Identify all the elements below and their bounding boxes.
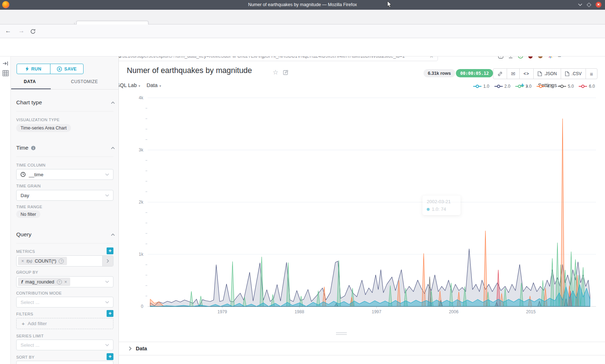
chart-menu-button[interactable]: ≡ bbox=[586, 69, 597, 79]
envelope-icon: ✉ bbox=[511, 71, 515, 77]
viz-type-value[interactable]: Time-series Area Chart bbox=[16, 124, 71, 132]
add-filter-dropzone[interactable]: + Add filter bbox=[16, 318, 113, 329]
window-maximize-icon[interactable] bbox=[587, 3, 591, 7]
groupby-control[interactable]: f mag_rounded ? × bbox=[16, 276, 113, 287]
metric-pill[interactable]: × f(x) COUNT(*) ? bbox=[18, 257, 67, 265]
run-button[interactable]: RUN bbox=[17, 64, 50, 74]
file-icon bbox=[538, 71, 542, 76]
series-limit-select[interactable]: Select ... bbox=[16, 340, 113, 350]
time-grain-label: TIME GRAIN bbox=[16, 184, 41, 188]
control-panel: RUN SAVE DATA CUSTOMIZE Chart type VISUA… bbox=[11, 56, 119, 364]
contribution-label: CONTRIBUTION MODE bbox=[16, 291, 62, 295]
chevron-up-icon[interactable] bbox=[111, 233, 115, 236]
tab-data[interactable]: DATA bbox=[24, 79, 36, 84]
metrics-label: METRICS bbox=[16, 249, 35, 254]
row-count-badge: 6.31k rows bbox=[424, 69, 455, 77]
dataset-grid-icon[interactable] bbox=[3, 70, 9, 76]
link-icon bbox=[497, 71, 503, 77]
dataset-rail bbox=[0, 56, 11, 364]
svg-text:1988: 1988 bbox=[295, 309, 304, 314]
time-column-select[interactable]: __time bbox=[16, 169, 113, 180]
remove-groupby-icon[interactable]: × bbox=[64, 279, 67, 285]
window-close-icon[interactable]: ✕ bbox=[596, 2, 601, 8]
chevron-right-icon bbox=[107, 259, 109, 263]
help-icon: ? bbox=[59, 259, 64, 264]
edit-title-icon[interactable] bbox=[283, 69, 289, 75]
export-toolbar: ✉ <> .JSON .CSV ≡ bbox=[493, 68, 597, 79]
svg-text:1979: 1979 bbox=[218, 309, 227, 314]
chart-tooltip: 2002-03-21 1.0: 74 bbox=[422, 196, 461, 215]
add-sort-button[interactable]: + bbox=[107, 353, 113, 360]
svg-text:3k: 3k bbox=[139, 147, 144, 153]
svg-text:2k: 2k bbox=[139, 200, 144, 205]
export-csv-button[interactable]: .CSV bbox=[561, 69, 586, 79]
data-results-label: Data bbox=[136, 346, 147, 351]
time-range-value[interactable]: No filter bbox=[16, 210, 40, 218]
svg-text:2006: 2006 bbox=[449, 309, 458, 314]
file-icon bbox=[565, 71, 569, 76]
info-icon: i bbox=[31, 146, 36, 150]
plus-circle-icon bbox=[57, 67, 62, 72]
fx-icon: f(x) bbox=[27, 259, 32, 263]
groupby-pill[interactable]: f mag_rounded ? × bbox=[18, 278, 70, 286]
email-button[interactable]: ✉ bbox=[507, 69, 520, 79]
viz-type-label: VISUALIZATION TYPE bbox=[16, 118, 60, 122]
back-icon[interactable]: ← bbox=[5, 27, 11, 35]
svg-text:1k: 1k bbox=[139, 252, 144, 257]
chevron-down-icon bbox=[105, 344, 109, 346]
favorite-star-icon[interactable]: ☆ bbox=[273, 68, 278, 76]
save-button[interactable]: SAVE bbox=[50, 64, 84, 74]
tooltip-series-dot bbox=[427, 208, 430, 211]
copy-link-button[interactable] bbox=[493, 69, 507, 79]
metric-expand-caret[interactable] bbox=[102, 256, 113, 266]
time-column-label: TIME COLUMN bbox=[16, 163, 45, 167]
window-menu-chevron-icon[interactable] bbox=[578, 3, 582, 6]
help-icon: ? bbox=[57, 279, 62, 285]
bolt-icon bbox=[26, 67, 29, 71]
add-metric-button[interactable]: + bbox=[107, 247, 113, 254]
tab-customize[interactable]: CUSTOMIZE bbox=[71, 79, 98, 84]
clock-icon bbox=[21, 172, 26, 177]
menu-icon: ≡ bbox=[590, 71, 593, 77]
contribution-select[interactable]: Select ... bbox=[16, 297, 113, 308]
groupby-label: GROUP BY bbox=[16, 270, 38, 274]
timeseries-area-chart[interactable]: 01k2k3k4k19791988199720062015 bbox=[122, 83, 601, 320]
chevron-up-icon[interactable] bbox=[111, 147, 115, 149]
browser-toolbar: ← → 172.18.0.3:32108/superset/explore/?f… bbox=[0, 24, 605, 38]
code-icon: <> bbox=[524, 71, 529, 76]
export-json-button[interactable]: .JSON bbox=[534, 69, 561, 79]
section-query[interactable]: Query bbox=[16, 231, 31, 238]
column-fn-icon: f bbox=[21, 279, 23, 285]
remove-metric-icon[interactable]: × bbox=[21, 258, 24, 264]
forward-icon[interactable]: → bbox=[18, 27, 24, 35]
browser-tab-strip: Apache Druid × ∞ Numer of earthquakes by… bbox=[0, 10, 605, 24]
reload-icon[interactable] bbox=[30, 29, 36, 34]
svg-text:i: i bbox=[33, 146, 34, 150]
app-navbar: ∞ Superset Dashboards Charts SQL Lab▾ Da… bbox=[0, 38, 605, 56]
svg-text:0: 0 bbox=[141, 304, 143, 309]
section-time[interactable]: Time i bbox=[16, 145, 36, 151]
panel-resize-handle[interactable] bbox=[336, 332, 347, 336]
data-results-expander[interactable]: Data bbox=[119, 342, 605, 355]
chart-title: Numer of earthquakes by magnitude bbox=[127, 66, 252, 75]
metric-control[interactable]: × f(x) COUNT(*) ? bbox=[16, 255, 113, 267]
mouse-cursor bbox=[387, 1, 392, 8]
chevron-down-icon bbox=[105, 281, 109, 283]
sort-by-select[interactable] bbox=[16, 361, 113, 364]
sort-by-label: SORT BY bbox=[16, 355, 35, 359]
add-filter-plus-button[interactable]: + bbox=[107, 310, 113, 317]
chevron-up-icon[interactable] bbox=[111, 101, 115, 104]
embed-code-button[interactable]: <> bbox=[520, 69, 534, 79]
plus-icon: + bbox=[22, 320, 25, 327]
svg-text:1997: 1997 bbox=[372, 309, 381, 314]
svg-text:2015: 2015 bbox=[526, 309, 536, 314]
filters-label: FILTERS bbox=[16, 312, 33, 316]
expand-dataset-panel-icon[interactable] bbox=[3, 61, 9, 66]
chevron-down-icon bbox=[105, 173, 109, 176]
tooltip-value: 1.0: 74 bbox=[432, 206, 446, 212]
chevron-right-icon bbox=[129, 346, 132, 351]
query-duration-badge: 00:00:05.12 bbox=[456, 69, 493, 77]
time-grain-select[interactable]: Day bbox=[16, 190, 113, 201]
section-chart-type[interactable]: Chart type bbox=[16, 99, 42, 106]
window-titlebar: Numer of earthquakes by magnitude — Mozi… bbox=[0, 0, 605, 10]
